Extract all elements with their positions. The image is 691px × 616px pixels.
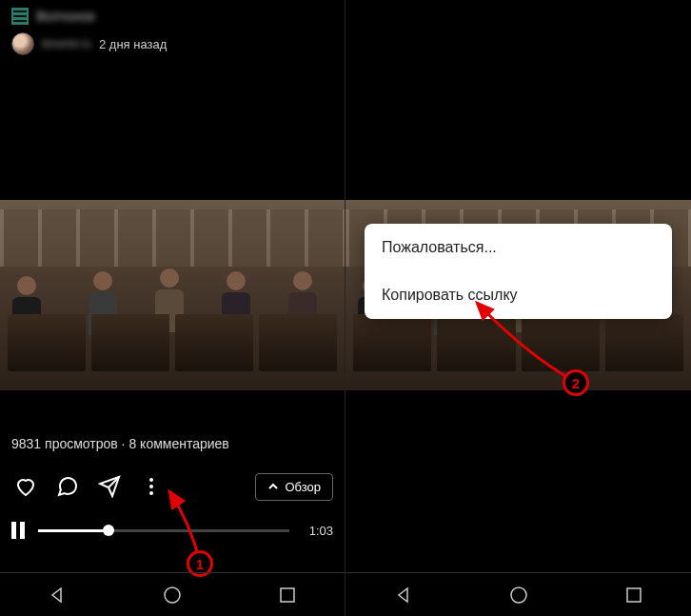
like-button[interactable] xyxy=(11,472,40,501)
left-screenshot: Волчонок kinomir.ru 2 дня назад 9831 про… xyxy=(0,0,346,616)
stats-line: 9831 просмотров · 8 комментариев xyxy=(11,436,229,451)
progress-bar: 1:03 xyxy=(0,514,345,546)
avatar[interactable] xyxy=(11,32,34,55)
more-button[interactable] xyxy=(137,472,166,501)
right-screenshot: Пожаловаться... Копировать ссылку 2 xyxy=(346,0,691,616)
nav-home-button[interactable] xyxy=(159,582,186,608)
android-navbar xyxy=(346,572,691,616)
time-display: 1:03 xyxy=(301,524,333,538)
nav-recent-button[interactable] xyxy=(274,582,301,608)
seek-track[interactable] xyxy=(38,529,289,532)
android-navbar xyxy=(0,572,345,616)
post-header: Волчонок kinomir.ru 2 дня назад xyxy=(0,0,345,63)
comment-button[interactable] xyxy=(53,472,82,501)
nav-recent-button[interactable] xyxy=(621,582,647,608)
action-bar: Обзор xyxy=(0,465,345,508)
pause-button[interactable] xyxy=(11,522,27,539)
overview-button[interactable]: Обзор xyxy=(255,473,333,501)
svg-point-0 xyxy=(165,587,180,603)
nav-home-button[interactable] xyxy=(505,582,532,608)
share-button[interactable] xyxy=(95,472,124,501)
film-icon xyxy=(11,8,29,25)
post-title: Волчонок xyxy=(36,9,94,24)
menu-item-copy-link[interactable]: Копировать ссылку xyxy=(365,271,672,319)
nav-back-button[interactable] xyxy=(390,582,417,608)
post-timestamp: 2 дня назад xyxy=(99,37,167,51)
video-frame[interactable] xyxy=(0,200,345,390)
svg-rect-3 xyxy=(627,588,641,602)
menu-item-report[interactable]: Пожаловаться... xyxy=(365,224,672,271)
svg-point-2 xyxy=(511,587,526,603)
svg-rect-1 xyxy=(281,588,294,602)
comments-count: 8 xyxy=(128,436,136,451)
views-count: 9831 xyxy=(11,436,41,451)
nav-back-button[interactable] xyxy=(44,582,70,608)
context-menu: Пожаловаться... Копировать ссылку xyxy=(365,224,672,319)
author-username[interactable]: kinomir.ru xyxy=(42,37,91,50)
seek-thumb[interactable] xyxy=(103,525,114,536)
